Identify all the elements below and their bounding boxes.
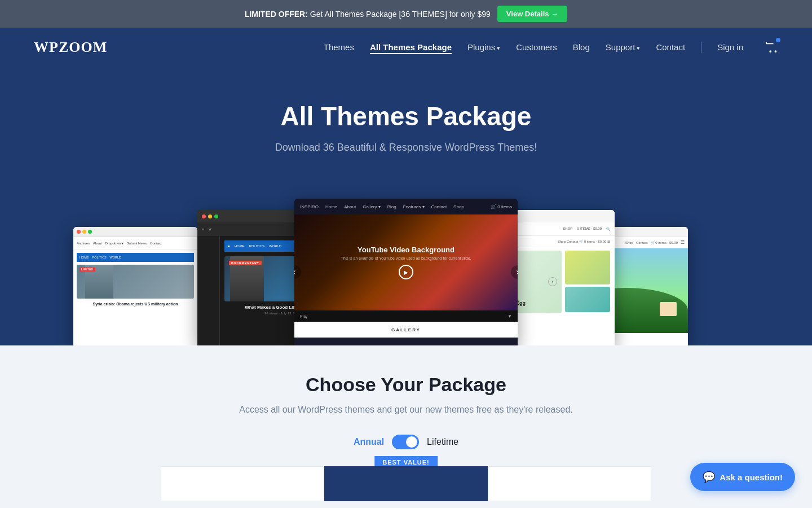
site-logo[interactable]: WPZOOM [34, 39, 107, 56]
top-banner: LIMITED OFFER: Get All Themes Package [3… [0, 0, 812, 28]
banner-offer-prefix: LIMITED OFFER: [245, 10, 308, 19]
dot-yellow [208, 214, 212, 218]
nav-link-signin[interactable]: Sign in [717, 42, 743, 52]
nav-item-customers[interactable]: Customers [516, 42, 557, 52]
pricing-card-right [488, 466, 651, 501]
choose-title: Choose Your Package [23, 374, 789, 396]
news-nav: Archives About Dropdown ▾ Submit News Co… [73, 237, 197, 249]
shop-nav-right: SHOP 0 ITEMS - $0.00 🔍 [563, 227, 610, 231]
news-dots [73, 227, 197, 237]
theme-previews: Archives About Dropdown ▾ Submit News Co… [23, 182, 789, 345]
dot-green [214, 214, 218, 218]
chat-icon: 💬 [703, 471, 715, 483]
preview-news: Archives About Dropdown ▾ Submit News Co… [73, 227, 197, 345]
nav-link-themes[interactable]: Themes [324, 42, 354, 52]
play-button[interactable]: ▶ [399, 265, 413, 279]
pricing-card-left [161, 466, 324, 501]
chat-label: Ask a question! [720, 472, 783, 482]
nav-item-plugins[interactable]: Plugins [467, 42, 500, 52]
cart-badge [776, 38, 780, 42]
nav-link-contact[interactable]: Contact [656, 42, 685, 52]
billing-toggle[interactable] [392, 435, 419, 449]
banner-cta-button[interactable]: View Details → [497, 6, 567, 22]
inspiro-nav: INSPIRO Home About Gallery ▾ Blog Featur… [294, 199, 518, 214]
inspiro-title: YouTube Video Background [358, 246, 454, 254]
nav-divider [701, 42, 701, 53]
preview-inspiro: ‹ › INSPIRO Home About Gallery ▾ Blog Fe… [294, 199, 518, 345]
banner-offer-body: Get All Themes Package [36 THEMES] for o… [308, 10, 491, 19]
inspiro-gallery: GALLERY [294, 322, 518, 338]
nav-item-signin[interactable]: Sign in [717, 42, 743, 52]
shop-arrow[interactable]: › [548, 277, 557, 286]
choose-desc: Access all our WordPress themes and get … [23, 405, 789, 415]
news-article-title: Syria crisis: Obama rejects US military … [77, 301, 194, 306]
toggle-thumb [406, 436, 417, 448]
nav-item-themes[interactable]: Themes [324, 42, 354, 52]
dot-green [88, 230, 92, 234]
landscape-house [660, 302, 677, 316]
nav-link-support[interactable]: Support [606, 42, 641, 52]
cart-icon[interactable] [766, 40, 778, 55]
inspiro-subtitle: This is an example of YouTube video used… [341, 256, 471, 260]
nav-item-all-themes[interactable]: All Themes Package [370, 42, 452, 52]
nav-item-support[interactable]: Support [606, 42, 641, 52]
nav-links: Themes All Themes Package Plugins Custom… [324, 40, 778, 55]
toggle-annual-label: Annual [354, 437, 384, 447]
hero-subtitle: Download 36 Beautiful & Responsive WordP… [23, 142, 789, 154]
news-image: LIMITED [77, 265, 194, 299]
inspiro-preview: INSPIRO Home About Gallery ▾ Blog Featur… [294, 199, 518, 345]
toggle-lifetime-label: Lifetime [427, 437, 458, 447]
doc-badge: DOCUMENTARY [229, 261, 262, 265]
nav-item-blog[interactable]: Blog [573, 42, 590, 52]
nav-link-customers[interactable]: Customers [516, 42, 557, 52]
nav-link-all-themes[interactable]: All Themes Package [370, 42, 452, 54]
hero-title: All Themes Package [23, 101, 789, 132]
doc-sidebar [197, 236, 220, 345]
dot-red [202, 214, 206, 218]
toggle-row: Annual Lifetime [23, 435, 789, 449]
chat-button[interactable]: 💬 Ask a question! [690, 463, 795, 491]
dot-red [77, 230, 81, 234]
bottom-section: Choose Your Package Access all our WordP… [0, 345, 812, 508]
shop-small-img-2 [565, 287, 610, 312]
pricing-card-featured [324, 466, 488, 501]
news-content: HOME POLITICS WORLD LIMITED Syria crisis… [73, 249, 197, 310]
pricing-preview: BEST VALUE! [23, 466, 789, 501]
news-badge: LIMITED [80, 268, 95, 271]
nav-item-contact[interactable]: Contact [656, 42, 685, 52]
banner-offer-text: LIMITED OFFER: Get All Themes Package [3… [245, 10, 491, 19]
navbar: WPZOOM Themes All Themes Package Plugins… [0, 28, 812, 67]
nav-link-blog[interactable]: Blog [573, 42, 590, 52]
nav-link-plugins[interactable]: Plugins [467, 42, 500, 52]
inspiro-hero: YouTube Video Background This is an exam… [294, 214, 518, 310]
shop-right-col [565, 251, 610, 314]
inspiro-bottom-bar: Play ▼ [294, 310, 518, 322]
news-headline-bar: HOME POLITICS WORLD [77, 253, 194, 262]
shop-small-img-1 [565, 251, 610, 284]
hero-section: All Themes Package Download 36 Beautiful… [0, 67, 812, 345]
dot-yellow [82, 230, 86, 234]
